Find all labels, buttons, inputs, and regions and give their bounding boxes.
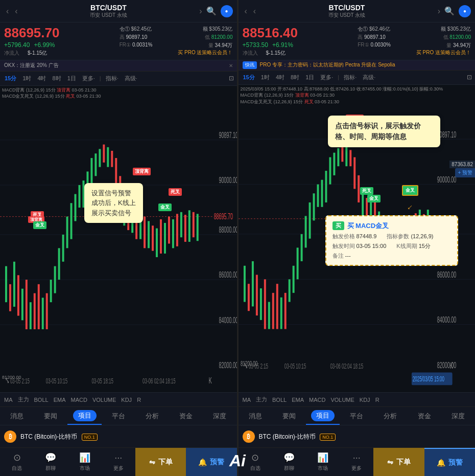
left-tf-indicator[interactable]: 指标· xyxy=(104,74,120,83)
left-ind-r[interactable]: R xyxy=(137,397,141,403)
left-tab-project[interactable]: 项目 xyxy=(67,407,101,425)
left-tf-1h[interactable]: 1时 xyxy=(21,74,33,83)
left-pro-banner[interactable]: 买 PRO 送策略云会员！ xyxy=(120,49,233,56)
right-news-bar: 快讯 PRO 专享：主力密码：以太坊近期的 Pectra 升级在 Sepolia xyxy=(239,60,476,71)
right-ind-kdj[interactable]: KDJ xyxy=(360,397,370,403)
svg-text:2025/03/05 15:00: 2025/03/05 15:00 xyxy=(412,375,444,382)
left-sep1: | xyxy=(100,75,101,81)
right-tab-depth[interactable]: 深度 xyxy=(441,407,475,425)
right-nav-prev2[interactable]: ‹ xyxy=(251,6,258,17)
left-ind-kdj[interactable]: KDJ xyxy=(121,397,132,403)
right-action-market[interactable]: 📊 市场 xyxy=(306,448,340,476)
right-fullscreen-icon[interactable]: ⊡ xyxy=(467,74,472,81)
right-ind-r[interactable]: R xyxy=(375,397,379,403)
right-tf-8h[interactable]: 8时 xyxy=(289,73,301,82)
right-order-button[interactable]: ⇋ 下单 xyxy=(373,448,424,476)
right-action-more[interactable]: ··· 更多 xyxy=(340,448,373,476)
svg-rect-60 xyxy=(193,212,195,237)
right-pair-info[interactable]: BTC/USDT 币安 USDT 永续 xyxy=(260,4,434,19)
right-chat-label: 群聊 xyxy=(284,465,294,472)
left-action-favorites[interactable]: ⊙ 自选 xyxy=(0,448,34,476)
right-tf-15[interactable]: 15分 xyxy=(242,73,256,82)
right-tf-4h[interactable]: 4时 xyxy=(274,73,286,82)
left-tf-more[interactable]: 更多· xyxy=(81,74,97,83)
left-pair-name: BTC/USDT xyxy=(22,4,196,12)
right-ind-ma[interactable]: MA xyxy=(243,397,251,403)
left-action-market[interactable]: 📊 市场 xyxy=(67,448,101,476)
right-tab-analysis[interactable]: 分析 xyxy=(373,407,407,425)
right-macd-line2: MACD金叉死叉 (12,26,9) 15分 死叉 03-05 21:30 xyxy=(241,99,340,104)
right-bottom-tabs: 消息 要闻 项目 平台 分析 资金 深度 xyxy=(239,406,476,425)
left-action-more[interactable]: ··· 更多 xyxy=(102,448,135,476)
left-nav-prev2[interactable]: ‹ xyxy=(13,6,19,17)
right-nav-next[interactable]: › xyxy=(436,6,442,17)
left-ind-ma[interactable]: MA xyxy=(4,397,13,403)
right-pro-banner[interactable]: 买 PRO 送策略云会员！ xyxy=(358,49,471,56)
right-search-icon[interactable]: 🔍 xyxy=(444,6,455,16)
svg-text:81200.00: 81200.00 xyxy=(240,359,257,367)
right-circle-btn[interactable]: ● xyxy=(459,5,471,17)
left-tf-15[interactable]: 15分 xyxy=(3,74,18,83)
left-tf-1d[interactable]: 1日 xyxy=(66,74,78,83)
left-ind-ema[interactable]: EMA xyxy=(54,397,66,403)
right-high: 90897.10 xyxy=(364,34,386,40)
left-tab-news[interactable]: 消息 xyxy=(0,407,34,425)
left-indicator-bar: MA 主力 BOLL EMA MACD VOLUME KDJ R xyxy=(0,392,237,406)
left-close-icon[interactable]: ✕ xyxy=(229,63,233,69)
left-order-button[interactable]: ⇋ 下单 xyxy=(135,448,186,476)
right-tab-headline[interactable]: 要闻 xyxy=(272,407,306,425)
right-pair-sub: 币安 USDT 永续 xyxy=(260,12,434,19)
right-action-chat[interactable]: 💬 群聊 xyxy=(272,448,306,476)
left-tf-4h[interactable]: 4时 xyxy=(36,74,48,83)
left-nav-prev[interactable]: ‹ xyxy=(4,6,11,17)
svg-text:90000.00: 90000.00 xyxy=(219,175,237,185)
svg-rect-40 xyxy=(111,151,113,167)
left-pair-info[interactable]: BTC/USDT 币安 USDT 永续 xyxy=(22,4,196,19)
right-ind-macd[interactable]: MACD xyxy=(309,397,325,403)
right-ind-main[interactable]: 主力 xyxy=(256,396,267,403)
right-nav-prev[interactable]: ‹ xyxy=(243,6,249,17)
right-sig-gold-highlight[interactable]: 金叉 xyxy=(402,185,418,196)
svg-text:03-06 02:04 18:15: 03-06 02:04 18:15 xyxy=(330,362,363,370)
right-tf-indicator[interactable]: 指标· xyxy=(342,73,358,82)
right-price-main: 88516.40 xyxy=(243,26,356,40)
right-alert-button[interactable]: 🔔 预警 xyxy=(424,448,475,476)
svg-rect-55 xyxy=(172,219,174,248)
right-chart-area[interactable]: 2025/03/05 15:00 开:87448.10 高:87688.00 低… xyxy=(239,85,476,392)
left-fullscreen-icon[interactable]: ⊡ xyxy=(229,75,234,82)
right-tf-1h[interactable]: 1时 xyxy=(259,73,271,82)
svg-rect-59 xyxy=(188,210,191,242)
left-macd-line1: MACD背离 (12,26,9) 15分 顶背离 03-05 21:30 xyxy=(2,87,97,93)
right-tab-project[interactable]: 项目 xyxy=(306,407,340,425)
left-chart-area[interactable]: MACD背离 (12,26,9) 15分 顶背离 03-05 21:30 MAC… xyxy=(0,86,237,392)
left-ind-macd[interactable]: MACD xyxy=(70,397,87,403)
left-volume: 34.94万 xyxy=(215,42,232,48)
left-tab-headline[interactable]: 要闻 xyxy=(34,407,67,425)
left-nav-next[interactable]: › xyxy=(197,6,204,17)
left-search-icon[interactable]: 🔍 xyxy=(206,6,217,16)
left-tab-capital[interactable]: 资金 xyxy=(169,407,203,425)
right-tab-platform[interactable]: 平台 xyxy=(340,407,373,425)
left-tf-advanced[interactable]: 高级· xyxy=(123,74,139,83)
left-ind-volume[interactable]: VOLUME xyxy=(92,397,116,403)
right-tf-advanced[interactable]: 高级· xyxy=(361,73,377,82)
left-circle-btn[interactable]: ● xyxy=(221,5,233,17)
right-tooltip-ind-val: (12,26,9) xyxy=(411,233,433,239)
right-tf-more[interactable]: 更多· xyxy=(319,73,335,82)
left-tab-depth[interactable]: 深度 xyxy=(203,407,236,425)
left-tab-platform[interactable]: 平台 xyxy=(102,407,135,425)
right-tab-news[interactable]: 消息 xyxy=(239,407,272,425)
left-ind-main[interactable]: 主力 xyxy=(18,396,29,403)
svg-rect-98 xyxy=(313,193,315,220)
left-ind-boll[interactable]: BOLL xyxy=(34,397,49,403)
right-indicator-bar: MA 主力 BOLL EMA MACD VOLUME KDJ R xyxy=(239,392,476,406)
right-tf-1d[interactable]: 1日 xyxy=(304,73,316,82)
left-tf-8h[interactable]: 8时 xyxy=(51,74,63,83)
right-ind-ema[interactable]: EMA xyxy=(292,397,304,403)
left-tab-analysis[interactable]: 分析 xyxy=(135,407,169,425)
right-ind-volume[interactable]: VOLUME xyxy=(330,397,354,403)
right-tab-capital[interactable]: 资金 xyxy=(408,407,441,425)
right-preview-badge[interactable]: + 预警 xyxy=(455,168,475,177)
right-ind-boll[interactable]: BOLL xyxy=(272,397,287,403)
left-action-chat[interactable]: 💬 群聊 xyxy=(34,448,67,476)
